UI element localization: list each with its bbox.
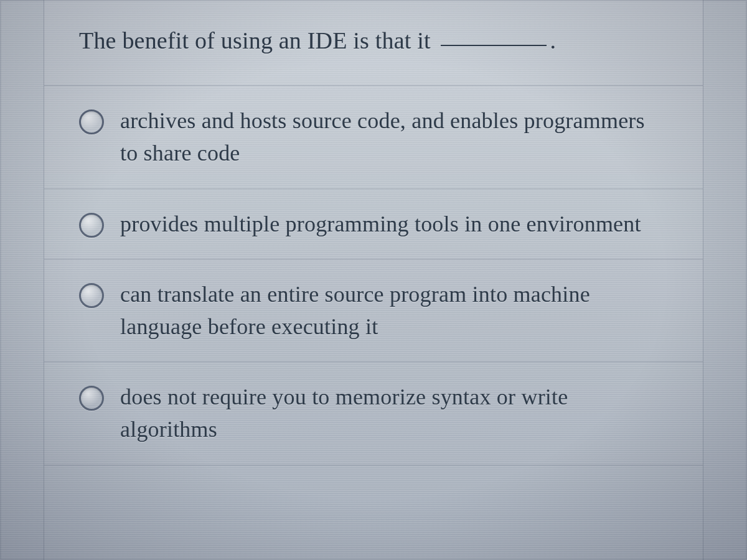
option-4-label: does not require you to memorize syntax …	[120, 381, 668, 446]
radio-icon	[79, 110, 104, 134]
quiz-card: The benefit of using an IDE is that it .…	[44, 0, 703, 560]
option-3[interactable]: can translate an entire source program i…	[44, 259, 703, 362]
radio-icon	[79, 213, 104, 238]
option-4[interactable]: does not require you to memorize syntax …	[44, 362, 703, 465]
option-3-label: can translate an entire source program i…	[120, 278, 668, 343]
quiz-frame: The benefit of using an IDE is that it .…	[0, 0, 747, 560]
question-block: The benefit of using an IDE is that it .	[44, 0, 703, 86]
options-list: archives and hosts source code, and enab…	[44, 86, 703, 465]
question-stem-prefix: The benefit of using an IDE is that it	[79, 27, 437, 54]
question-stem-suffix: .	[550, 27, 557, 54]
fill-in-blank	[441, 30, 547, 46]
option-2[interactable]: provides multiple programming tools in o…	[44, 189, 703, 259]
option-1-label: archives and hosts source code, and enab…	[120, 105, 668, 169]
option-2-label: provides multiple programming tools in o…	[120, 208, 641, 240]
option-1[interactable]: archives and hosts source code, and enab…	[44, 86, 703, 189]
radio-icon	[79, 386, 104, 411]
question-text: The benefit of using an IDE is that it .	[79, 25, 668, 57]
radio-icon	[79, 283, 104, 308]
